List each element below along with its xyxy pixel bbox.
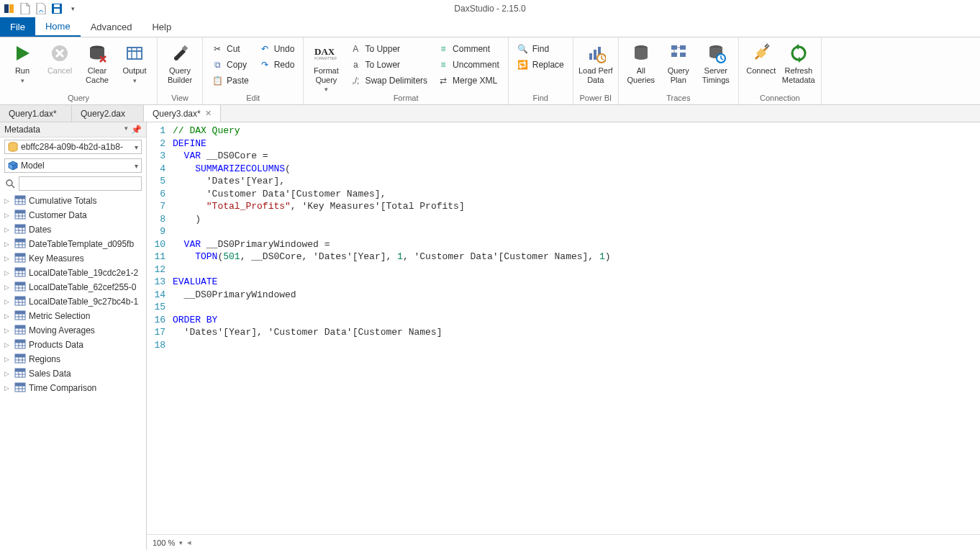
code-line[interactable]: 'Dates'[Year], 'Customer Data'[Customer …: [173, 326, 611, 339]
ribbon-tab-advanced[interactable]: Advanced: [81, 17, 142, 37]
table-item[interactable]: ▷LocalDateTable_9c27bc4b-1: [0, 294, 146, 309]
to-lower-button[interactable]: aTo Lower: [345, 58, 432, 72]
new-icon[interactable]: [19, 2, 32, 15]
expand-icon[interactable]: ▷: [4, 384, 12, 392]
find-button[interactable]: 🔍Find: [513, 42, 568, 56]
metadata-panel-title: Metadata: [4, 125, 40, 135]
table-item[interactable]: ▷Sales Data: [0, 366, 146, 381]
hscroll-left-icon[interactable]: ◂: [187, 538, 191, 547]
load-perf-button[interactable]: Load PerfData: [578, 40, 614, 84]
copy-button[interactable]: ⧉Copy: [207, 58, 253, 72]
code-line[interactable]: // DAX Query: [173, 125, 611, 138]
cut-button[interactable]: ✂Cut: [207, 42, 253, 56]
code-line[interactable]: TOPN(501, __DS0Core, 'Dates'[Year], 1, '…: [173, 251, 611, 263]
code-editor[interactable]: 123456789101112131415161718 // DAX Query…: [147, 122, 980, 534]
close-icon[interactable]: ✕: [205, 109, 212, 118]
expand-icon[interactable]: ▷: [4, 284, 12, 291]
code-line[interactable]: [173, 339, 611, 352]
database-icon: [8, 142, 18, 152]
doc-tab[interactable]: Query2.dax: [72, 105, 144, 122]
code-line[interactable]: SUMMARIZECOLUMNS(: [173, 163, 611, 176]
ribbon-tab-home[interactable]: Home: [35, 17, 81, 37]
query-plan-button[interactable]: QueryPlan: [661, 40, 697, 84]
connect-label: Connect: [746, 66, 776, 76]
save-icon[interactable]: [50, 2, 63, 15]
table-item[interactable]: ▷Customer Data: [0, 208, 146, 222]
zoom-level[interactable]: 100 %: [153, 538, 175, 547]
svg-rect-99: [15, 340, 25, 343]
expand-icon[interactable]: ▷: [4, 197, 12, 204]
code-line[interactable]: [173, 225, 611, 238]
connect-button[interactable]: Connect: [743, 40, 779, 76]
table-item[interactable]: ▷LocalDateTable_62cef255-0: [0, 280, 146, 294]
model-dropdown[interactable]: Model ▾: [4, 158, 142, 173]
zoom-dropdown-icon[interactable]: ▾: [179, 539, 183, 546]
query-builder-button[interactable]: QueryBuilder: [162, 40, 198, 84]
panel-dropdown-icon[interactable]: ▾: [124, 125, 128, 135]
code-line[interactable]: EVALUATE: [173, 276, 611, 289]
output-button[interactable]: Output▾: [117, 40, 153, 84]
format-query-button[interactable]: DAXFORMATTERFormatQuery▾: [308, 40, 344, 94]
table-item[interactable]: ▷Cumulative Totals: [0, 194, 146, 208]
expand-icon[interactable]: ▷: [4, 327, 12, 334]
ribbon-tab-help[interactable]: Help: [142, 17, 181, 37]
merge-xml-button[interactable]: ⇄Merge XML: [433, 73, 504, 88]
code-line[interactable]: [173, 263, 611, 276]
metadata-search-input[interactable]: [19, 176, 142, 191]
expand-icon[interactable]: ▷: [4, 269, 12, 276]
expand-icon[interactable]: ▷: [4, 226, 12, 233]
table-item[interactable]: ▷Dates: [0, 222, 146, 237]
table-item[interactable]: ▷Moving Averages: [0, 323, 146, 338]
code-line[interactable]: [173, 301, 611, 314]
code-line[interactable]: "Total_Profits", 'Key Measures'[Total Pr…: [173, 200, 611, 213]
table-item[interactable]: ▷Regions: [0, 352, 146, 366]
run-button[interactable]: Run▾: [4, 40, 40, 84]
expand-icon[interactable]: ▷: [4, 341, 12, 348]
code-line[interactable]: ORDER BY: [173, 314, 611, 327]
table-item[interactable]: ▷Metric Selection: [0, 309, 146, 323]
expand-icon[interactable]: ▷: [4, 212, 12, 219]
panel-pin-icon[interactable]: 📌: [131, 125, 142, 135]
replace-button[interactable]: 🔁Replace: [513, 58, 568, 72]
file-tab[interactable]: File: [0, 17, 35, 37]
doc-tab[interactable]: Query1.dax*: [0, 105, 72, 122]
table-item[interactable]: ▷LocalDateTable_19cdc2e1-2: [0, 266, 146, 280]
all-queries-button[interactable]: AllQueries: [623, 40, 659, 84]
expand-icon[interactable]: ▷: [4, 312, 12, 320]
to-upper-button[interactable]: ATo Upper: [345, 42, 432, 56]
table-item[interactable]: ▷Products Data: [0, 338, 146, 352]
undo-button[interactable]: ↶Undo: [255, 42, 299, 56]
to-lower-label: To Lower: [365, 60, 400, 70]
table-item[interactable]: ▷Time Comparison: [0, 381, 146, 395]
code-content[interactable]: // DAX QueryDEFINE VAR __DS0Core = SUMMA…: [170, 122, 611, 534]
redo-button[interactable]: ↷Redo: [255, 58, 299, 72]
database-dropdown[interactable]: ebffc284-a09b-4b2d-a1b8- ▾: [4, 140, 142, 154]
qat-dropdown-icon[interactable]: ▾: [66, 2, 79, 15]
svg-point-13: [174, 56, 178, 60]
comment-button[interactable]: ≡Comment: [433, 42, 504, 56]
code-line[interactable]: VAR __DS0PrimaryWindowed =: [173, 238, 611, 251]
table-icon: [14, 310, 26, 322]
code-line[interactable]: DEFINE: [173, 138, 611, 150]
expand-icon[interactable]: ▷: [4, 240, 12, 248]
code-line[interactable]: VAR __DS0Core =: [173, 150, 611, 163]
table-item[interactable]: ▷Key Measures: [0, 251, 146, 266]
uncomment-button[interactable]: ≡Uncomment: [433, 58, 504, 72]
expand-icon[interactable]: ▷: [4, 370, 12, 377]
open-icon[interactable]: [35, 2, 47, 15]
expand-icon[interactable]: ▷: [4, 298, 12, 305]
swap-delim-button[interactable]: ,/;Swap Delimiters: [345, 73, 432, 88]
expand-icon[interactable]: ▷: [4, 356, 12, 363]
clear-cache-button[interactable]: ClearCache: [79, 40, 115, 84]
server-timings-button[interactable]: ServerTimings: [698, 40, 734, 84]
code-line[interactable]: ): [173, 213, 611, 226]
refresh-meta-button[interactable]: RefreshMetadata: [781, 40, 817, 84]
code-line[interactable]: 'Dates'[Year],: [173, 175, 611, 188]
code-line[interactable]: __DS0PrimaryWindowed: [173, 289, 611, 302]
comment-icon: ≡: [437, 43, 449, 55]
table-item[interactable]: ▷DateTableTemplate_d095fb: [0, 237, 146, 251]
doc-tab[interactable]: Query3.dax*✕: [144, 105, 221, 122]
code-line[interactable]: 'Customer Data'[Customer Names],: [173, 188, 611, 201]
paste-button[interactable]: 📋Paste: [207, 73, 253, 88]
expand-icon[interactable]: ▷: [4, 255, 12, 262]
